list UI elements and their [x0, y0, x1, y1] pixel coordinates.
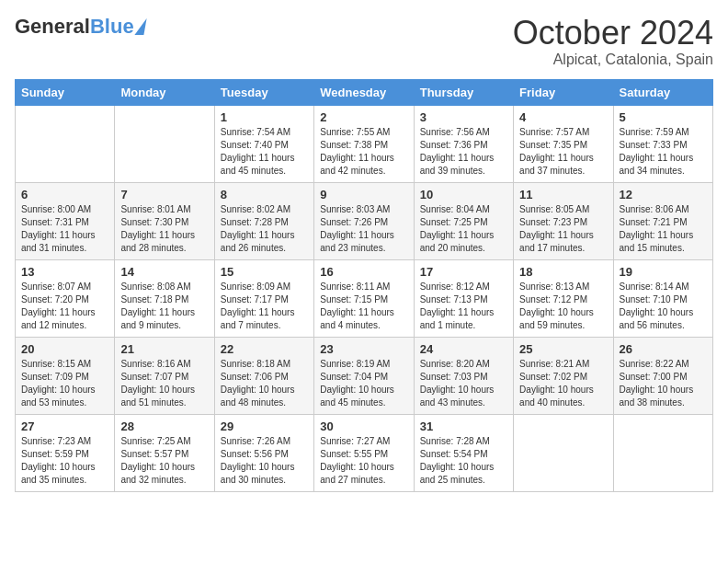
- cell-info: Sunrise: 8:20 AM Sunset: 7:03 PM Dayligh…: [420, 358, 507, 409]
- calendar-cell: [115, 105, 214, 182]
- day-number: 10: [420, 188, 507, 201]
- day-header-monday: Monday: [115, 79, 214, 105]
- day-number: 21: [120, 342, 208, 356]
- day-number: 3: [420, 110, 507, 124]
- cell-info: Sunrise: 8:12 AM Sunset: 7:13 PM Dayligh…: [420, 281, 507, 332]
- day-number: 5: [620, 110, 707, 124]
- cell-info: Sunrise: 7:23 AM Sunset: 5:59 PM Dayligh…: [21, 435, 108, 487]
- day-number: 27: [21, 419, 108, 433]
- day-header-thursday: Thursday: [414, 79, 513, 105]
- calendar-cell: 12Sunrise: 8:06 AM Sunset: 7:21 PM Dayli…: [613, 182, 712, 259]
- cell-info: Sunrise: 8:16 AM Sunset: 7:07 PM Dayligh…: [120, 358, 208, 409]
- day-number: 25: [519, 342, 607, 356]
- cell-info: Sunrise: 8:13 AM Sunset: 7:12 PM Dayligh…: [519, 281, 607, 332]
- cell-info: Sunrise: 7:55 AM Sunset: 7:38 PM Dayligh…: [320, 126, 407, 178]
- cell-info: Sunrise: 7:28 AM Sunset: 5:54 PM Dayligh…: [420, 435, 507, 487]
- calendar-cell: 8Sunrise: 8:02 AM Sunset: 7:28 PM Daylig…: [214, 182, 313, 259]
- page-header: General Blue October 2024 Alpicat, Catal…: [15, 15, 713, 68]
- day-number: 11: [519, 188, 607, 201]
- day-header-tuesday: Tuesday: [214, 79, 313, 105]
- calendar-table: SundayMondayTuesdayWednesdayThursdayFrid…: [15, 79, 713, 492]
- calendar-cell: 11Sunrise: 8:05 AM Sunset: 7:23 PM Dayli…: [514, 182, 613, 259]
- calendar-cell: 24Sunrise: 8:20 AM Sunset: 7:03 PM Dayli…: [414, 337, 513, 414]
- day-number: 20: [21, 342, 108, 356]
- calendar-cell: 7Sunrise: 8:01 AM Sunset: 7:30 PM Daylig…: [115, 182, 214, 259]
- day-number: 19: [620, 265, 707, 279]
- calendar-cell: [613, 414, 712, 491]
- cell-info: Sunrise: 8:04 AM Sunset: 7:25 PM Dayligh…: [420, 203, 507, 255]
- cell-info: Sunrise: 7:54 AM Sunset: 7:40 PM Dayligh…: [221, 126, 308, 178]
- calendar-cell: [16, 105, 115, 182]
- cell-info: Sunrise: 8:06 AM Sunset: 7:21 PM Dayligh…: [620, 203, 707, 255]
- calendar-cell: 10Sunrise: 8:04 AM Sunset: 7:25 PM Dayli…: [414, 182, 513, 259]
- calendar-cell: 21Sunrise: 8:16 AM Sunset: 7:07 PM Dayli…: [115, 337, 214, 414]
- day-number: 2: [320, 110, 407, 124]
- day-number: 24: [420, 342, 507, 356]
- calendar-cell: 27Sunrise: 7:23 AM Sunset: 5:59 PM Dayli…: [16, 414, 115, 491]
- calendar-week-row: 6Sunrise: 8:00 AM Sunset: 7:31 PM Daylig…: [16, 182, 713, 259]
- day-number: 4: [519, 110, 607, 124]
- cell-info: Sunrise: 7:25 AM Sunset: 5:57 PM Dayligh…: [120, 435, 208, 487]
- day-number: 15: [221, 265, 308, 279]
- calendar-cell: 22Sunrise: 8:18 AM Sunset: 7:06 PM Dayli…: [214, 337, 313, 414]
- day-number: 6: [21, 188, 108, 201]
- day-number: 8: [221, 188, 308, 201]
- location-title: Alpicat, Catalonia, Spain: [513, 52, 713, 68]
- calendar-cell: 3Sunrise: 7:56 AM Sunset: 7:36 PM Daylig…: [414, 105, 513, 182]
- calendar-cell: 13Sunrise: 8:07 AM Sunset: 7:20 PM Dayli…: [16, 259, 115, 337]
- cell-info: Sunrise: 8:19 AM Sunset: 7:04 PM Dayligh…: [320, 358, 407, 409]
- day-number: 13: [21, 265, 108, 279]
- cell-info: Sunrise: 7:27 AM Sunset: 5:55 PM Dayligh…: [320, 435, 407, 487]
- cell-info: Sunrise: 8:11 AM Sunset: 7:15 PM Dayligh…: [320, 281, 407, 332]
- day-number: 29: [221, 419, 308, 433]
- day-number: 1: [221, 110, 308, 124]
- month-title: October 2024: [513, 15, 713, 52]
- cell-info: Sunrise: 8:14 AM Sunset: 7:10 PM Dayligh…: [620, 281, 707, 332]
- cell-info: Sunrise: 8:09 AM Sunset: 7:17 PM Dayligh…: [221, 281, 308, 332]
- day-number: 28: [120, 419, 208, 433]
- cell-info: Sunrise: 8:03 AM Sunset: 7:26 PM Dayligh…: [320, 203, 407, 255]
- day-header-friday: Friday: [514, 79, 613, 105]
- cell-info: Sunrise: 7:57 AM Sunset: 7:35 PM Dayligh…: [519, 126, 607, 178]
- cell-info: Sunrise: 8:21 AM Sunset: 7:02 PM Dayligh…: [519, 358, 607, 409]
- cell-info: Sunrise: 8:00 AM Sunset: 7:31 PM Dayligh…: [21, 203, 108, 255]
- day-number: 12: [620, 188, 707, 201]
- calendar-week-row: 20Sunrise: 8:15 AM Sunset: 7:09 PM Dayli…: [16, 337, 713, 414]
- calendar-cell: 1Sunrise: 7:54 AM Sunset: 7:40 PM Daylig…: [214, 105, 313, 182]
- calendar-cell: 6Sunrise: 8:00 AM Sunset: 7:31 PM Daylig…: [16, 182, 115, 259]
- calendar-cell: 4Sunrise: 7:57 AM Sunset: 7:35 PM Daylig…: [514, 105, 613, 182]
- calendar-cell: 19Sunrise: 8:14 AM Sunset: 7:10 PM Dayli…: [613, 259, 712, 337]
- calendar-cell: 31Sunrise: 7:28 AM Sunset: 5:54 PM Dayli…: [414, 414, 513, 491]
- calendar-cell: 25Sunrise: 8:21 AM Sunset: 7:02 PM Dayli…: [514, 337, 613, 414]
- day-number: 16: [320, 265, 407, 279]
- calendar-cell: 26Sunrise: 8:22 AM Sunset: 7:00 PM Dayli…: [613, 337, 712, 414]
- cell-info: Sunrise: 8:08 AM Sunset: 7:18 PM Dayligh…: [120, 281, 208, 332]
- calendar-cell: 30Sunrise: 7:27 AM Sunset: 5:55 PM Dayli…: [314, 414, 414, 491]
- cell-info: Sunrise: 8:15 AM Sunset: 7:09 PM Dayligh…: [21, 358, 108, 409]
- cell-info: Sunrise: 8:07 AM Sunset: 7:20 PM Dayligh…: [21, 281, 108, 332]
- calendar-cell: 9Sunrise: 8:03 AM Sunset: 7:26 PM Daylig…: [314, 182, 414, 259]
- cell-info: Sunrise: 8:02 AM Sunset: 7:28 PM Dayligh…: [221, 203, 308, 255]
- calendar-cell: 28Sunrise: 7:25 AM Sunset: 5:57 PM Dayli…: [115, 414, 214, 491]
- calendar-cell: 14Sunrise: 8:08 AM Sunset: 7:18 PM Dayli…: [115, 259, 214, 337]
- day-header-saturday: Saturday: [613, 79, 712, 105]
- cell-info: Sunrise: 7:59 AM Sunset: 7:33 PM Dayligh…: [620, 126, 707, 178]
- day-header-sunday: Sunday: [16, 79, 115, 105]
- logo: General Blue: [15, 15, 145, 39]
- cell-info: Sunrise: 8:05 AM Sunset: 7:23 PM Dayligh…: [519, 203, 607, 255]
- day-number: 17: [420, 265, 507, 279]
- title-block: October 2024 Alpicat, Catalonia, Spain: [513, 15, 713, 68]
- cell-info: Sunrise: 8:01 AM Sunset: 7:30 PM Dayligh…: [120, 203, 208, 255]
- logo-triangle-icon: [134, 18, 146, 35]
- cell-info: Sunrise: 8:18 AM Sunset: 7:06 PM Dayligh…: [221, 358, 308, 409]
- day-number: 23: [320, 342, 407, 356]
- day-header-wednesday: Wednesday: [314, 79, 414, 105]
- calendar-cell: 18Sunrise: 8:13 AM Sunset: 7:12 PM Dayli…: [514, 259, 613, 337]
- day-number: 18: [519, 265, 607, 279]
- logo-general-text: General: [15, 15, 90, 39]
- calendar-cell: 2Sunrise: 7:55 AM Sunset: 7:38 PM Daylig…: [314, 105, 414, 182]
- day-number: 26: [620, 342, 707, 356]
- calendar-cell: 16Sunrise: 8:11 AM Sunset: 7:15 PM Dayli…: [314, 259, 414, 337]
- calendar-body: 1Sunrise: 7:54 AM Sunset: 7:40 PM Daylig…: [16, 105, 713, 491]
- day-number: 7: [120, 188, 208, 201]
